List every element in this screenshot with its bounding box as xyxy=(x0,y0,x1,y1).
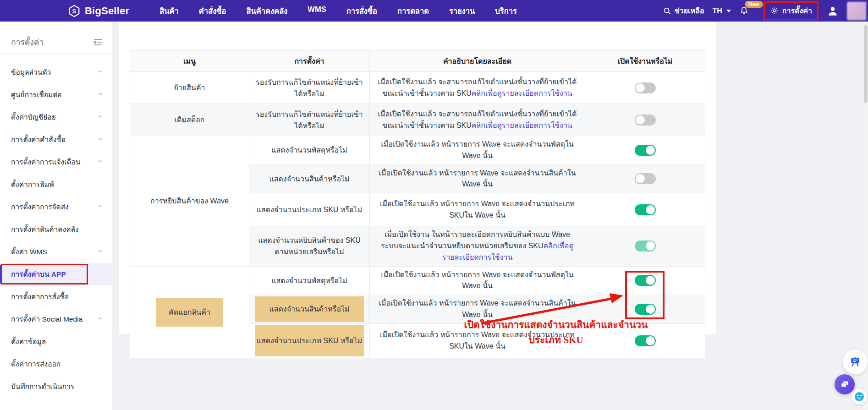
table-column-header: การตั้งค่า xyxy=(249,51,370,72)
toggle-switch[interactable] xyxy=(635,241,656,251)
toggle-switch[interactable] xyxy=(635,145,656,156)
smiley-icon[interactable] xyxy=(852,389,867,405)
setting-label: แสดงจำนวนสินค้าหรือไม่ xyxy=(269,305,349,313)
table-body: ย้ายสินค้ารองรับการแก้ไขตำแหน่งที่ย้ายเข… xyxy=(130,72,705,358)
topbar-nav-item[interactable]: การตลาด xyxy=(397,5,429,17)
main-content-card: เมนูการตั้งค่าคำอธิบายโดยละเอียดเปิดใช้ง… xyxy=(119,22,716,334)
menu-highlight-box: คัดแยกสินค้า xyxy=(156,298,223,327)
sidebar-item[interactable]: ตั้งค่าการพิมพ์ xyxy=(0,173,112,196)
language-label: TH xyxy=(713,7,722,15)
sidebar-header: การตั้งค่า xyxy=(0,22,112,54)
gear-icon xyxy=(770,6,779,15)
toggle-cell xyxy=(585,226,705,266)
sidebar-item[interactable]: การตั้งค่าคำสั่งซื้อ xyxy=(0,128,112,151)
setting-cell: แสดงจำนวนสินค้าหรือไม่ xyxy=(249,164,370,193)
sidebar-title: การตั้งค่า xyxy=(11,36,44,49)
description-cell: เมื่อเปิดใช้งานแล้ว หน้ารายการ Wave จะแส… xyxy=(370,136,585,165)
sidebar-item-label: ตั้งค่าบัญชีย่อย xyxy=(11,111,56,123)
setting-cell: รองรับการแก้ไขตำแหน่งที่ย้ายเข้าได้หรือไ… xyxy=(249,72,370,104)
description-text: เมื่อเปิดใช้งานแล้ว หน้ารายการ Wave จะแส… xyxy=(379,299,576,318)
sidebar-item-label: การตั้งค่าคำสั่งซื้อ xyxy=(11,134,66,145)
usage-detail-link[interactable]: คลิกเพื่อดูรายละเอียดการใช้งาน xyxy=(472,89,572,97)
setting-cell: แสดงจำนวนพัสดุหรือไม่ xyxy=(249,136,370,165)
toggle-switch[interactable] xyxy=(635,82,656,93)
username-redacted xyxy=(847,2,866,20)
topbar-nav-item[interactable]: การสั่งซื้อ xyxy=(346,5,377,17)
notifications-button[interactable]: New xyxy=(739,6,749,16)
scrollbar xyxy=(863,22,868,410)
sidebar-item-label: การตั้งค่าการจัดส่ง xyxy=(11,201,69,213)
menu-cell: คัดแยกสินค้า xyxy=(130,266,249,358)
setting-label: แสดงจำนวนประเภท SKU หรือไม่ xyxy=(257,206,363,213)
chevron-down-icon xyxy=(97,113,104,121)
sidebar-item-label: บันทึกการดำเนินการ xyxy=(11,381,74,392)
avatar[interactable] xyxy=(827,5,839,17)
sidebar-item[interactable]: ตั้งค่าบัญชีย่อย xyxy=(0,106,112,128)
usage-detail-link[interactable]: คลิกเพื่อดูรายละเอียดการใช้งาน xyxy=(472,121,572,129)
sidebar-item[interactable]: บันทึกการดำเนินการ xyxy=(0,375,112,398)
description-cell: เมื่อเปิดใช้งานแล้ว จะสามารถแก้ไขตำแหน่ง… xyxy=(370,72,585,104)
topbar-nav-item[interactable]: คำสั่งซื้อ xyxy=(199,5,226,17)
toggle-switch[interactable] xyxy=(635,204,656,215)
topbar-nav-item[interactable]: สินค้าคงคลัง xyxy=(246,5,287,17)
sidebar-item-label: การตั้งค่า Social Media xyxy=(11,313,82,325)
table-row: เติมสต็อกรองรับการแก้ไขตำแหน่งที่ย้ายเข้… xyxy=(130,104,705,136)
sidebar-item[interactable]: การตั้งค่าการสั่งซื้อ xyxy=(0,285,112,308)
description-text: เมื่อเปิดใช้งาน ในหน้ารายละเอียดการหยิบส… xyxy=(381,230,570,250)
description-cell: เมื่อเปิดใช้งานแล้ว หน้ารายการ Wave จะแส… xyxy=(370,266,585,295)
setting-cell: แสดงจำนวนพัสดุหรือไม่ xyxy=(249,266,370,295)
topbar-nav-item[interactable]: บริการ xyxy=(495,5,516,17)
sidebar-item-label: ตั้งค่าการพิมพ์ xyxy=(11,179,54,190)
chat-bubbles-icon xyxy=(840,379,850,389)
sidebar-item[interactable]: การตั้งค่าการจัดส่ง xyxy=(0,196,112,218)
scrollbar-thumb[interactable] xyxy=(864,25,868,103)
description-text: เมื่อเปิดใช้งานแล้ว หน้ารายการ Wave จะแส… xyxy=(381,271,573,290)
menu-cell: เติมสต็อก xyxy=(130,104,249,136)
presentation-board-icon xyxy=(849,356,861,368)
setting-label: แสดงจำนวนพัสดุหรือไม่ xyxy=(271,146,347,154)
topbar-nav-item[interactable]: WMS xyxy=(308,5,326,17)
chevron-down-icon xyxy=(97,248,104,256)
sidebar: การตั้งค่า ข้อมูลส่วนตัวศูนย์การเชื่อมต่… xyxy=(0,22,112,410)
toggle-switch[interactable] xyxy=(635,115,656,126)
toggle-switch[interactable] xyxy=(635,304,656,315)
topbar-nav-item[interactable]: รายงาน xyxy=(449,5,475,17)
topbar-nav-item[interactable]: สินค้า xyxy=(159,5,179,17)
sidebar-item[interactable]: ตั้งค่าการส่งออก xyxy=(0,353,112,375)
table-row: คัดแยกสินค้าแสดงจำนวนพัสดุหรือไม่เมื่อเป… xyxy=(130,266,705,295)
description-text: เมื่อเปิดใช้งานแล้ว หน้ารายการ Wave จะแส… xyxy=(379,169,576,188)
description-cell: เมื่อเปิดใช้งานแล้ว จะสามารถแก้ไขตำแหน่ง… xyxy=(370,104,585,136)
sidebar-item[interactable]: ตั้งค่าข้อมูล xyxy=(0,330,112,353)
table-row: ย้ายสินค้ารองรับการแก้ไขตำแหน่งที่ย้ายเข… xyxy=(130,72,705,104)
sidebar-item-label: ข้อมูลส่วนตัว xyxy=(11,66,51,78)
sidebar-item[interactable]: การตั้งค่า Social Media xyxy=(0,308,112,330)
sidebar-item[interactable]: การตั้งค่าการแจ้งเตือน xyxy=(0,151,112,173)
collapse-sidebar-icon[interactable] xyxy=(93,38,103,46)
sidebar-item[interactable]: ศูนย์การเชื่อมต่อ xyxy=(0,83,112,106)
settings-button[interactable]: การตั้งค่า xyxy=(764,1,819,20)
sidebar-item[interactable]: การตั้งค่าบน APP xyxy=(0,263,112,285)
sidebar-item-label: ตั้งค่าข้อมูล xyxy=(11,336,46,347)
toggle-cell xyxy=(585,104,705,136)
toggle-switch[interactable] xyxy=(635,173,656,184)
setting-label: แสดงจำนวนพัสดุหรือไม่ xyxy=(271,277,347,284)
chevron-down-icon xyxy=(726,10,731,12)
help-label: ช่วยเหลือ xyxy=(675,5,704,16)
table-column-header: เปิดใช้งานหรือไม่ xyxy=(585,51,705,72)
sidebar-item[interactable]: ตั้งค่า WMS xyxy=(0,241,112,263)
sidebar-item-label: การตั้งค่าบน APP xyxy=(11,268,66,280)
chat-button[interactable] xyxy=(835,374,855,394)
sidebar-item[interactable]: ข้อมูลส่วนตัว xyxy=(0,61,112,83)
app-settings-table: เมนูการตั้งค่าคำอธิบายโดยละเอียดเปิดใช้ง… xyxy=(130,50,705,358)
chevron-down-icon xyxy=(97,136,104,144)
brand-logo[interactable]: S BigSeller xyxy=(68,5,129,17)
toggle-switch[interactable] xyxy=(635,275,656,286)
language-selector[interactable]: TH xyxy=(713,7,731,15)
announcement-button[interactable] xyxy=(843,350,868,374)
table-header-row: เมนูการตั้งค่าคำอธิบายโดยละเอียดเปิดใช้ง… xyxy=(130,51,705,72)
help-button[interactable]: ช่วยเหลือ xyxy=(663,5,704,16)
setting-label: รองรับการแก้ไขตำแหน่งที่ย้ายเข้าได้หรือไ… xyxy=(256,78,363,98)
topbar-right: ช่วยเหลือ TH New การตั้งค่า xyxy=(663,1,866,20)
sidebar-item[interactable]: การตั้งค่าสินค้าคงคลัง xyxy=(0,218,112,241)
setting-label: แสดงจำนวนหยิบสินค้าของ SKU ตามหน่วยเสริม… xyxy=(258,236,361,256)
